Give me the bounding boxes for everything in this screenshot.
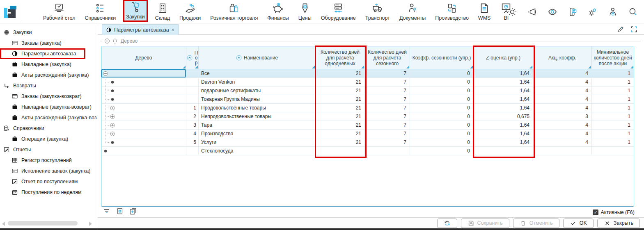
expand-tree-icon[interactable] — [101, 104, 126, 112]
d2-cell[interactable]: 7 — [365, 69, 410, 77]
sidebar-item[interactable]: Закупки — [0, 27, 97, 38]
tree-cell[interactable] — [101, 78, 186, 86]
ak-cell[interactable]: 4 — [533, 87, 592, 95]
z-cell[interactable]: 1,64 — [474, 130, 533, 138]
cancel-button[interactable]: Отменить — [513, 219, 559, 228]
ak-cell[interactable]: 4 — [533, 121, 592, 129]
expand-tree-icon[interactable] — [101, 130, 126, 138]
order-cell[interactable]: 3 — [186, 121, 199, 129]
d2-cell[interactable]: 7 — [365, 130, 410, 138]
z-cell[interactable]: 1,64 — [474, 121, 533, 129]
ok-button[interactable]: OK — [563, 219, 594, 228]
ks-cell[interactable]: 0 — [410, 138, 474, 146]
d1-cell[interactable]: 21 — [316, 78, 365, 86]
sidebar-item[interactable]: Заказы (закупка-возврат) — [0, 91, 97, 102]
order-cell[interactable]: 2 — [186, 112, 199, 121]
table-row[interactable]: 5Услуги21701,6441 — [101, 138, 634, 147]
ak-cell[interactable] — [533, 147, 592, 155]
refresh-button[interactable] — [437, 219, 457, 228]
leaf-tree-icon[interactable] — [101, 78, 126, 86]
name-cell[interactable]: Услуги — [199, 138, 316, 146]
d2-cell[interactable]: 7 — [365, 112, 410, 121]
ks-cell[interactable]: 0 — [410, 112, 474, 121]
sidebar-item[interactable]: Справочники — [0, 123, 97, 134]
d2-cell[interactable] — [365, 147, 410, 155]
tree-cell[interactable] — [101, 130, 186, 138]
z-cell[interactable]: 1,64 — [474, 69, 533, 77]
order-cell[interactable] — [186, 87, 199, 95]
sidebar-item[interactable]: Отчеты — [0, 144, 97, 155]
z-cell[interactable]: 1,64 — [474, 104, 533, 112]
collapse-icon[interactable] — [104, 38, 110, 44]
app-logo[interactable] — [4, 6, 16, 18]
root-leaf-tree-icon[interactable] — [101, 147, 126, 155]
tree-cell[interactable] — [101, 112, 186, 121]
ks-cell[interactable]: 0 — [410, 147, 474, 155]
filter-icon[interactable] — [103, 207, 111, 215]
z-cell[interactable]: 0,675 — [474, 112, 533, 121]
d2-cell[interactable]: 7 — [365, 95, 410, 103]
sidebar-item[interactable]: Регистр поступлений — [0, 155, 97, 166]
ak-cell[interactable]: 4 — [533, 78, 592, 86]
md-cell[interactable]: 1 — [592, 130, 634, 138]
d2-cell[interactable]: 7 — [365, 121, 410, 129]
tree-cell[interactable] — [101, 69, 186, 77]
z-cell[interactable]: 1,64 — [474, 87, 533, 95]
sidebar-item[interactable]: Накладные (закупка) — [0, 59, 97, 70]
d1-cell[interactable]: 21 — [316, 87, 365, 95]
d1-cell[interactable]: 21 — [316, 104, 365, 112]
table-row[interactable]: 4Производство21701,6441 — [101, 130, 634, 138]
leaf-tree-icon[interactable] — [101, 95, 126, 103]
order-cell[interactable] — [186, 69, 199, 77]
column-header-md[interactable]: Минимальное количество дней после акции — [592, 46, 634, 69]
sidebar-item[interactable]: Поступления по неделям — [0, 187, 97, 198]
column-header-ks[interactable]: Коэфф. сезонности (упр.) — [410, 46, 474, 69]
tree-cell[interactable] — [101, 138, 186, 146]
table-row[interactable]: Стеклопосуда0 — [101, 147, 634, 155]
nav-item-equipment[interactable]: Оборудование — [319, 1, 358, 22]
column-header-por[interactable]: П о р — [186, 46, 199, 69]
sidebar-item[interactable]: Накладные (закупка-возврат) — [0, 102, 97, 112]
ak-cell[interactable]: 3 — [533, 112, 592, 121]
fullscreen-icon[interactable] — [630, 25, 638, 34]
name-cell[interactable]: Davron Venkon — [199, 78, 316, 86]
md-cell[interactable]: 1 — [592, 95, 634, 103]
edit-icon[interactable] — [616, 25, 625, 34]
nav-item-finance[interactable]: Финансы — [265, 1, 291, 22]
name-cell[interactable]: Тара — [199, 121, 316, 129]
table-row[interactable]: Все21701,6441 — [101, 69, 634, 78]
ak-cell[interactable]: 4 — [533, 138, 592, 146]
table-row[interactable]: Товарная Группа Мадины21701,6441 — [101, 95, 634, 104]
expand-tree-icon[interactable] — [101, 112, 126, 121]
name-cell[interactable]: Непродовольственные товары — [199, 112, 316, 121]
md-cell[interactable]: 1 — [592, 121, 634, 129]
order-cell[interactable]: 1 — [186, 104, 199, 112]
theme-sun-icon[interactable] — [507, 7, 518, 17]
d2-cell[interactable]: 7 — [365, 78, 410, 86]
nav-item-desktop[interactable]: Рабочий стол — [41, 1, 77, 22]
tab-autoorder-params[interactable]: Параметры автозаказа × — [102, 24, 179, 35]
column-header-d2[interactable]: Количество дней для расчета сезонного — [365, 46, 410, 69]
tree-cell[interactable] — [101, 87, 186, 95]
nav-item-transport[interactable]: Транспорт — [363, 1, 392, 22]
scrollbar-thumb[interactable] — [8, 221, 78, 225]
nav-item-wms[interactable]: WMS — [476, 1, 493, 22]
d1-cell[interactable]: 21 — [316, 69, 365, 77]
tree-cell[interactable] — [101, 95, 186, 103]
sidebar-item[interactable]: Акты расхождений (закупка) — [0, 70, 97, 80]
expand-tree-icon[interactable] — [101, 121, 126, 129]
search-icon[interactable] — [628, 7, 638, 17]
order-cell[interactable] — [186, 95, 199, 103]
ks-cell[interactable]: 0 — [410, 69, 474, 77]
order-cell[interactable] — [186, 78, 199, 86]
d1-cell[interactable] — [316, 147, 365, 155]
d1-cell[interactable]: 21 — [316, 121, 365, 129]
column-header-tree[interactable]: Дерево — [101, 46, 186, 69]
md-cell[interactable]: 1 — [592, 78, 634, 86]
active-checkbox[interactable]: ✓ Активные (F6) — [593, 210, 635, 215]
sidebar-item[interactable]: Исполнение заявок (закупка) — [0, 166, 97, 176]
name-cell[interactable]: Продовольственные товары — [199, 104, 316, 112]
sidebar-item[interactable]: Отчет по поступлениям — [0, 176, 97, 187]
megaphone-icon[interactable] — [527, 7, 538, 17]
order-cell[interactable]: 5 — [186, 138, 199, 146]
